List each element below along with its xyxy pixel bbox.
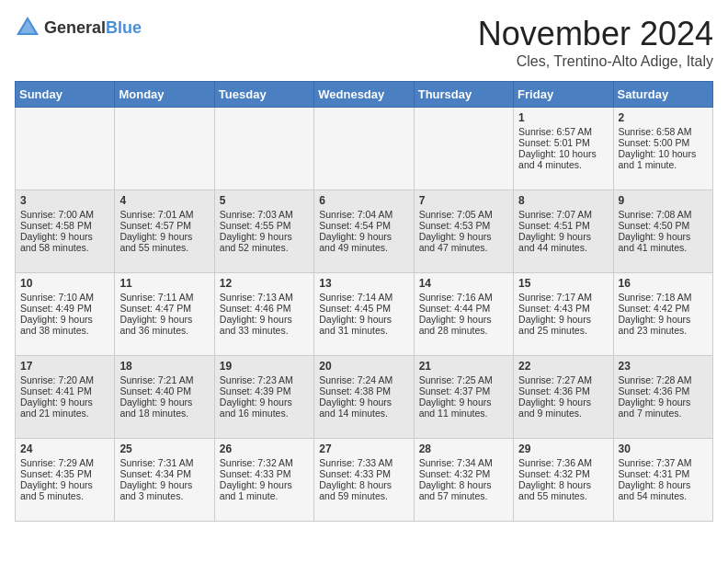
logo-blue-text: Blue xyxy=(106,18,142,37)
calendar-cell: 13Sunrise: 7:14 AMSunset: 4:45 PMDayligh… xyxy=(314,273,414,356)
day-info-line: Daylight: 9 hours and 55 minutes. xyxy=(119,231,209,253)
calendar-week-row: 1Sunrise: 6:57 AMSunset: 5:01 PMDaylight… xyxy=(16,108,713,190)
day-info-line: Daylight: 9 hours and 9 minutes. xyxy=(518,396,608,419)
day-number: 22 xyxy=(518,360,608,373)
day-info-line: Sunset: 4:42 PM xyxy=(619,303,708,314)
calendar-cell: 14Sunrise: 7:16 AMSunset: 4:44 PMDayligh… xyxy=(414,273,513,356)
day-info-line: Sunset: 4:39 PM xyxy=(220,385,309,396)
day-info-line: Daylight: 9 hours and 36 minutes. xyxy=(119,314,209,336)
day-info-line: Sunrise: 7:23 AM xyxy=(220,374,309,385)
column-header-thursday: Thursday xyxy=(414,82,513,108)
day-info-line: Daylight: 8 hours and 57 minutes. xyxy=(419,479,508,501)
day-info-line: Daylight: 9 hours and 47 minutes. xyxy=(419,231,508,253)
day-number: 13 xyxy=(319,277,408,290)
day-number: 21 xyxy=(419,360,508,373)
calendar-cell: 10Sunrise: 7:10 AMSunset: 4:49 PMDayligh… xyxy=(16,273,115,356)
day-info-line: Sunset: 4:41 PM xyxy=(20,385,109,396)
calendar-cell xyxy=(16,108,115,190)
day-number: 19 xyxy=(220,360,309,373)
day-info-line: Daylight: 9 hours and 52 minutes. xyxy=(220,231,309,253)
calendar-cell: 9Sunrise: 7:08 AMSunset: 4:50 PMDaylight… xyxy=(613,190,712,273)
day-info-line: Sunrise: 7:11 AM xyxy=(119,292,209,303)
day-info-line: Sunrise: 7:03 AM xyxy=(220,209,309,220)
calendar-cell: 8Sunrise: 7:07 AMSunset: 4:51 PMDaylight… xyxy=(514,190,613,273)
day-info-line: Daylight: 9 hours and 14 minutes. xyxy=(319,396,408,419)
day-info-line: Sunrise: 7:33 AM xyxy=(319,457,408,468)
day-number: 18 xyxy=(119,360,209,373)
day-info-line: Daylight: 10 hours and 4 minutes. xyxy=(518,148,608,170)
day-info-line: Sunrise: 7:08 AM xyxy=(619,209,708,220)
calendar-week-row: 3Sunrise: 7:00 AMSunset: 4:58 PMDaylight… xyxy=(16,190,713,273)
calendar-cell xyxy=(414,108,513,190)
day-info-line: Sunset: 4:44 PM xyxy=(419,303,508,314)
calendar-cell: 15Sunrise: 7:17 AMSunset: 4:43 PMDayligh… xyxy=(514,273,613,356)
day-number: 27 xyxy=(319,442,408,455)
day-number: 24 xyxy=(20,442,109,455)
calendar-cell: 24Sunrise: 7:29 AMSunset: 4:35 PMDayligh… xyxy=(16,439,115,522)
calendar-cell: 3Sunrise: 7:00 AMSunset: 4:58 PMDaylight… xyxy=(16,190,115,273)
day-info-line: Daylight: 9 hours and 25 minutes. xyxy=(518,314,608,336)
calendar-cell: 27Sunrise: 7:33 AMSunset: 4:33 PMDayligh… xyxy=(314,439,414,522)
calendar-cell: 11Sunrise: 7:11 AMSunset: 4:47 PMDayligh… xyxy=(115,273,214,356)
calendar-cell: 23Sunrise: 7:28 AMSunset: 4:36 PMDayligh… xyxy=(613,356,712,439)
day-info-line: Sunset: 4:57 PM xyxy=(119,220,209,231)
day-info-line: Sunset: 4:46 PM xyxy=(220,303,309,314)
day-info-line: Sunset: 4:36 PM xyxy=(619,385,708,396)
day-info-line: Sunrise: 7:34 AM xyxy=(419,457,508,468)
day-info-line: Daylight: 8 hours and 55 minutes. xyxy=(518,479,608,501)
day-info-line: Sunset: 5:01 PM xyxy=(518,137,608,148)
calendar-cell: 22Sunrise: 7:27 AMSunset: 4:36 PMDayligh… xyxy=(514,356,613,439)
day-info-line: Daylight: 9 hours and 3 minutes. xyxy=(119,479,209,501)
calendar-cell: 7Sunrise: 7:05 AMSunset: 4:53 PMDaylight… xyxy=(414,190,513,273)
calendar-cell: 6Sunrise: 7:04 AMSunset: 4:54 PMDaylight… xyxy=(314,190,414,273)
day-info-line: Sunrise: 7:21 AM xyxy=(119,374,209,385)
calendar-cell: 16Sunrise: 7:18 AMSunset: 4:42 PMDayligh… xyxy=(613,273,712,356)
day-info-line: Daylight: 10 hours and 1 minute. xyxy=(619,148,708,170)
day-number: 16 xyxy=(619,277,708,290)
calendar-header-row: SundayMondayTuesdayWednesdayThursdayFrid… xyxy=(16,82,713,108)
calendar-cell: 2Sunrise: 6:58 AMSunset: 5:00 PMDaylight… xyxy=(613,108,712,190)
calendar-cell: 4Sunrise: 7:01 AMSunset: 4:57 PMDaylight… xyxy=(115,190,214,273)
day-info-line: Sunrise: 7:20 AM xyxy=(20,374,109,385)
day-number: 10 xyxy=(20,277,109,290)
day-number: 17 xyxy=(20,360,109,373)
day-info-line: Sunset: 4:32 PM xyxy=(518,468,608,479)
day-info-line: Sunrise: 7:36 AM xyxy=(518,457,608,468)
column-header-wednesday: Wednesday xyxy=(314,82,414,108)
logo-general-text: General xyxy=(44,18,106,37)
day-info-line: Daylight: 9 hours and 33 minutes. xyxy=(220,314,309,336)
day-info-line: Sunrise: 7:05 AM xyxy=(419,209,508,220)
day-info-line: Sunset: 4:40 PM xyxy=(119,385,209,396)
day-info-line: Sunset: 4:33 PM xyxy=(319,468,408,479)
day-info-line: Sunset: 4:50 PM xyxy=(619,220,708,231)
day-info-line: Sunrise: 7:04 AM xyxy=(319,209,408,220)
calendar-cell: 17Sunrise: 7:20 AMSunset: 4:41 PMDayligh… xyxy=(16,356,115,439)
day-number: 5 xyxy=(220,194,309,207)
calendar-cell: 5Sunrise: 7:03 AMSunset: 4:55 PMDaylight… xyxy=(214,190,313,273)
calendar-cell: 18Sunrise: 7:21 AMSunset: 4:40 PMDayligh… xyxy=(115,356,214,439)
day-info-line: Daylight: 9 hours and 5 minutes. xyxy=(20,479,109,501)
calendar-cell: 12Sunrise: 7:13 AMSunset: 4:46 PMDayligh… xyxy=(214,273,313,356)
day-info-line: Sunrise: 7:16 AM xyxy=(419,292,508,303)
day-number: 2 xyxy=(619,111,708,124)
day-info-line: Sunrise: 7:32 AM xyxy=(220,457,309,468)
logo: GeneralBlue xyxy=(15,15,142,40)
calendar-week-row: 17Sunrise: 7:20 AMSunset: 4:41 PMDayligh… xyxy=(16,356,713,439)
day-info-line: Sunrise: 7:07 AM xyxy=(518,209,608,220)
day-info-line: Sunrise: 7:18 AM xyxy=(619,292,708,303)
day-info-line: Sunrise: 7:29 AM xyxy=(20,457,109,468)
day-info-line: Sunset: 4:33 PM xyxy=(220,468,309,479)
calendar-body: 1Sunrise: 6:57 AMSunset: 5:01 PMDaylight… xyxy=(16,108,713,522)
column-header-monday: Monday xyxy=(115,82,214,108)
day-info-line: Sunrise: 7:13 AM xyxy=(220,292,309,303)
day-info-line: Sunrise: 7:00 AM xyxy=(20,209,109,220)
day-info-line: Daylight: 9 hours and 58 minutes. xyxy=(20,231,109,253)
day-info-line: Sunrise: 7:10 AM xyxy=(20,292,109,303)
day-info-line: Sunset: 4:34 PM xyxy=(119,468,209,479)
calendar-cell: 20Sunrise: 7:24 AMSunset: 4:38 PMDayligh… xyxy=(314,356,414,439)
day-info-line: Sunset: 4:35 PM xyxy=(20,468,109,479)
month-title: November 2024 xyxy=(478,15,713,53)
day-info-line: Sunset: 4:45 PM xyxy=(319,303,408,314)
day-number: 15 xyxy=(518,277,608,290)
header: GeneralBlue November 2024 Cles, Trentino… xyxy=(15,15,713,70)
